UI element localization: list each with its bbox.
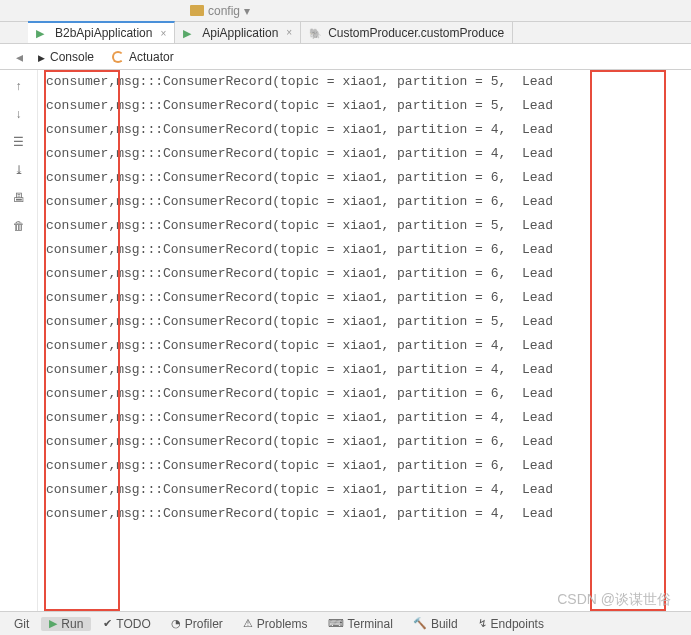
clear-button[interactable]: 🗑 [10,218,28,234]
folder-icon [190,5,204,16]
actuator-label: Actuator [129,50,174,64]
top-toolbar: config ▾ [0,0,691,22]
run-icon: ▶ [49,617,57,630]
profiler-tab[interactable]: ◔Profiler [163,617,231,631]
sub-tabs: ◂ Console Actuator [0,44,691,70]
run-tabs: B2bApiApplication × ApiApplication × Cus… [0,22,691,44]
todo-tab[interactable]: ✔TODO [95,617,158,631]
problems-tab[interactable]: ⚠Problems [235,617,316,631]
scroll-up-button[interactable]: ↑ [10,78,28,94]
tab-label: CustomProducer.customProduce [328,26,504,40]
console-output[interactable]: consumer,msg:::ConsumerRecord(topic = xi… [38,70,691,611]
terminal-tab[interactable]: ⌨Terminal [320,617,401,631]
console-tab[interactable]: Console [38,50,94,64]
console-label: Console [50,50,94,64]
watermark: CSDN @谈谋世俗 [557,591,671,609]
config-dropdown[interactable]: config ▾ [190,4,250,18]
build-icon: 🔨 [413,617,427,630]
problems-icon: ⚠ [243,617,253,630]
tab-label: B2bApiApplication [55,26,152,40]
run-icon [36,26,50,40]
actuator-icon [112,51,124,63]
terminal-icon: ⌨ [328,617,344,630]
build-tab[interactable]: 🔨Build [405,617,466,631]
back-icon[interactable]: ◂ [16,49,23,65]
console-sidebar: ↑ ↓ ☰ ⤓ 🖶 🗑 [0,70,38,611]
elephant-icon [309,26,323,40]
tab-label: ApiApplication [202,26,278,40]
run-icon [183,26,197,40]
tab-customproducer[interactable]: CustomProducer.customProduce [301,22,513,43]
tab-b2bapi[interactable]: B2bApiApplication × [28,21,175,43]
scroll-down-button[interactable]: ↓ [10,106,28,122]
main-area: ↑ ↓ ☰ ⤓ 🖶 🗑 consumer,msg:::ConsumerRecor… [0,70,691,611]
scroll-to-end-button[interactable]: ⤓ [10,162,28,178]
console-icon [38,50,45,64]
git-tab[interactable]: Git [6,617,37,631]
chevron-down-icon: ▾ [244,4,250,18]
actuator-tab[interactable]: Actuator [112,50,174,64]
soft-wrap-button[interactable]: ☰ [10,134,28,150]
close-icon[interactable]: × [286,27,292,38]
close-icon[interactable]: × [160,28,166,39]
profiler-icon: ◔ [171,617,181,630]
tab-apiapplication[interactable]: ApiApplication × [175,22,301,43]
endpoints-icon: ↯ [478,617,487,630]
todo-icon: ✔ [103,617,112,630]
bottom-toolbar: Git ▶Run ✔TODO ◔Profiler ⚠Problems ⌨Term… [0,611,691,635]
print-button[interactable]: 🖶 [10,190,28,206]
run-tab[interactable]: ▶Run [41,617,91,631]
endpoints-tab[interactable]: ↯Endpoints [470,617,552,631]
config-label: config [208,4,240,18]
